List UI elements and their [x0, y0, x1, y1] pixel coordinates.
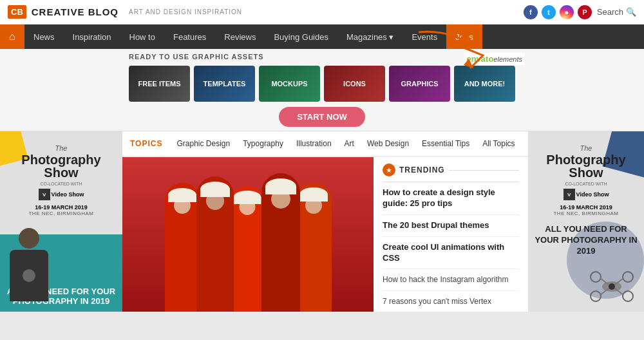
svg-point-4: [591, 291, 601, 301]
envato-logo: envatoelements: [464, 53, 525, 65]
left-venue: THE NEC, BIRMINGHAM: [21, 211, 100, 216]
search-label: Search: [597, 7, 623, 17]
right-video-show: V Video Show: [546, 189, 625, 200]
nav-item-news[interactable]: News: [24, 24, 64, 49]
right-show-prefix: The: [546, 144, 625, 152]
person-head: [19, 228, 39, 249]
banner-item-more[interactable]: AND MORE!: [454, 66, 515, 102]
trending-title-3[interactable]: Create cool UI animations with CSS: [383, 242, 519, 264]
header-right: f t ● P Search 🔍: [524, 5, 636, 19]
right-video-label: Video Show: [576, 191, 609, 198]
logo-text: CREATIVE BLOQ: [32, 6, 118, 17]
trending-divider: [449, 170, 519, 171]
svg-point-10: [609, 283, 615, 290]
nav-item-howto[interactable]: How to: [120, 24, 164, 49]
home-nav-button[interactable]: ⌂: [0, 24, 24, 49]
trending-small-5[interactable]: 7 reasons you can't miss Vertex: [383, 296, 519, 307]
banner-item-graphics[interactable]: GRAPHICS: [389, 66, 450, 102]
figure-4: [261, 173, 300, 312]
nav-item-buying[interactable]: Buying Guides: [265, 24, 337, 49]
nav-item-inspiration[interactable]: Inspiration: [64, 24, 120, 49]
topic-graphic-design[interactable]: Graphic Design: [170, 131, 236, 156]
banner-item-templates[interactable]: TEMPLATES: [194, 66, 255, 102]
banner-items: FREE ITEMS TEMPLATES MOCKUPS ICONS GRAPH…: [129, 66, 515, 102]
header: CB CREATIVE BLOQ ART AND DESIGN INSPIRAT…: [0, 0, 644, 24]
topic-typography[interactable]: Typography: [236, 131, 290, 156]
right-tagline: ALL YOU NEED FOR YOUR PHOTOGRAPHY IN 201…: [535, 224, 638, 257]
trending-item-2: The 20 best Drupal themes: [383, 220, 519, 237]
banner-cta: START NOW: [129, 107, 515, 127]
banner-item-mockups[interactable]: MOCKUPS: [259, 66, 320, 102]
svg-point-5: [623, 291, 633, 301]
trending-item-3: Create cool UI animations with CSS: [383, 242, 519, 270]
left-sidebar-ad: The Photography Show CO-LOCATED WITH V V…: [0, 131, 122, 312]
topic-all-topics[interactable]: All Topics: [476, 131, 521, 156]
topics-bar: TOPICS Graphic Design Typography Illustr…: [122, 131, 528, 157]
trending-star-icon: ★: [383, 164, 395, 176]
start-now-button[interactable]: START NOW: [279, 107, 365, 127]
right-co-located: CO-LOCATED WITH: [546, 182, 625, 186]
content-area: ★ TRENDING How to create a design style …: [122, 157, 528, 312]
person-body: [10, 250, 48, 301]
left-dates: 16-19 MARCH 2019: [21, 204, 100, 211]
figure-4-bonnet: [265, 178, 296, 194]
left-video-show: V Video Show: [21, 189, 100, 200]
facebook-icon[interactable]: f: [524, 5, 538, 19]
banner-item-icons[interactable]: ICONS: [324, 66, 385, 102]
right-sidebar: The Photography Show CO-LOCATED WITH V V…: [528, 131, 644, 312]
nav-item-magazines[interactable]: Magazines ▾: [337, 24, 402, 49]
image-placeholder: [122, 157, 374, 312]
trending-item-1: How to create a design style guide: 25 p…: [383, 187, 519, 215]
pinterest-icon[interactable]: P: [578, 5, 592, 19]
trending-small-4[interactable]: How to hack the Instagram algorithm: [383, 274, 519, 285]
twitter-icon[interactable]: t: [542, 5, 556, 19]
figure-3-bonnet: [234, 191, 261, 204]
figure-5: [296, 183, 332, 312]
figure-3: [230, 186, 265, 312]
video-show-label: Video Show: [52, 191, 84, 198]
topic-essential-tips[interactable]: Essential Tips: [415, 131, 476, 156]
banner-title: READY TO USE GRAPHIC ASSETS: [129, 53, 515, 61]
figure-2: [196, 176, 234, 312]
trending-item-5: 7 reasons you can't miss Vertex: [383, 296, 519, 312]
topic-web-design[interactable]: Web Design: [361, 131, 415, 156]
trending-header: ★ TRENDING: [383, 164, 519, 182]
trending-title-1[interactable]: How to create a design style guide: 25 p…: [383, 187, 519, 209]
instagram-icon[interactable]: ●: [560, 5, 574, 19]
nav-item-features[interactable]: Features: [164, 24, 215, 49]
right-dates: 16-19 MARCH 2019: [546, 204, 625, 211]
main-nav: ⌂ News Inspiration How to Features Revie…: [0, 24, 644, 49]
left-show-name-show: Show: [21, 166, 100, 179]
social-icons: f t ● P: [524, 5, 592, 19]
figure-1: [165, 183, 200, 312]
trending-item-4: How to hack the Instagram algorithm: [383, 274, 519, 291]
camera-icon: [23, 269, 35, 282]
figures: [122, 157, 374, 312]
left-co-located: CO-LOCATED WITH: [21, 182, 100, 186]
left-show-name-photography: Photography: [21, 153, 100, 166]
search-icon: 🔍: [626, 7, 636, 17]
trending-title-2[interactable]: The 20 best Drupal themes: [383, 220, 519, 231]
main-image: [122, 157, 374, 312]
logo-box[interactable]: CB: [8, 5, 26, 19]
search-box[interactable]: Search 🔍: [597, 7, 636, 17]
topic-illustration[interactable]: Illustration: [290, 131, 338, 156]
nav-item-events[interactable]: Events: [402, 24, 446, 49]
center-content: TOPICS Graphic Design Typography Illustr…: [122, 131, 528, 312]
left-show-prefix: The: [21, 144, 100, 152]
right-show-name-photography: Photography: [546, 153, 625, 166]
left-sidebar: The Photography Show CO-LOCATED WITH V V…: [0, 131, 122, 312]
svg-point-3: [623, 272, 633, 282]
right-show-name-show: Show: [546, 166, 625, 179]
figure-5-bonnet: [299, 187, 328, 202]
trending-panel: ★ TRENDING How to create a design style …: [374, 157, 528, 312]
figure-1-bonnet: [168, 188, 196, 202]
svg-point-2: [591, 272, 601, 282]
topic-art[interactable]: Art: [338, 131, 361, 156]
person-silhouette: [6, 228, 52, 312]
trending-label: TRENDING: [399, 165, 445, 175]
nav-item-reviews[interactable]: Reviews: [215, 24, 265, 49]
logo-tagline: ART AND DESIGN INSPIRATION: [129, 8, 242, 15]
banner-item-free[interactable]: FREE ITEMS: [129, 66, 190, 102]
nav-item-jobs[interactable]: Jobs: [446, 24, 482, 49]
